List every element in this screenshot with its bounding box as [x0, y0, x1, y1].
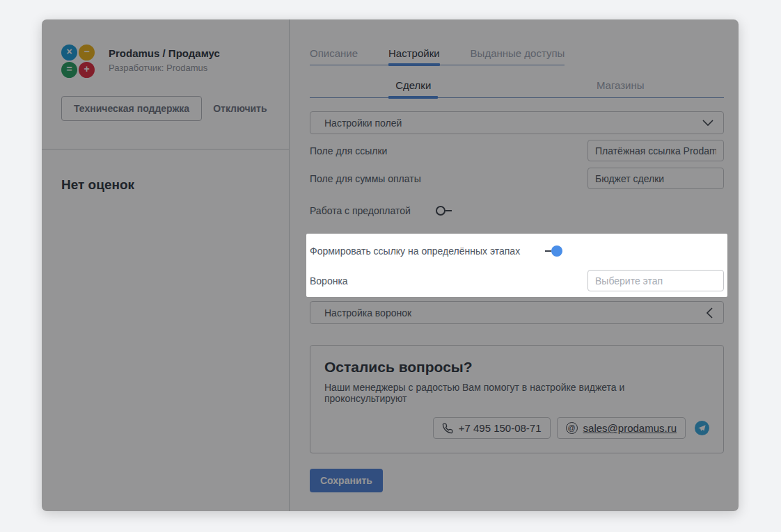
funnel-stage-input[interactable]	[587, 270, 724, 291]
stage-link-row: Формировать ссылку на определённых этапа…	[310, 243, 724, 259]
stage-link-toggle-on[interactable]	[545, 245, 562, 257]
funnel-row: Воронка	[310, 270, 724, 291]
funnel-label: Воронка	[310, 275, 348, 287]
toggle-track-icon	[545, 250, 551, 252]
toggle-knob-icon	[551, 245, 562, 257]
widget-settings-modal: × − = + Prodamus / Продамус Разработчик:…	[42, 19, 739, 511]
spotlight-section: Формировать ссылку на определённых этапа…	[306, 234, 727, 297]
stage-link-label: Формировать ссылку на определённых этапа…	[310, 245, 520, 257]
